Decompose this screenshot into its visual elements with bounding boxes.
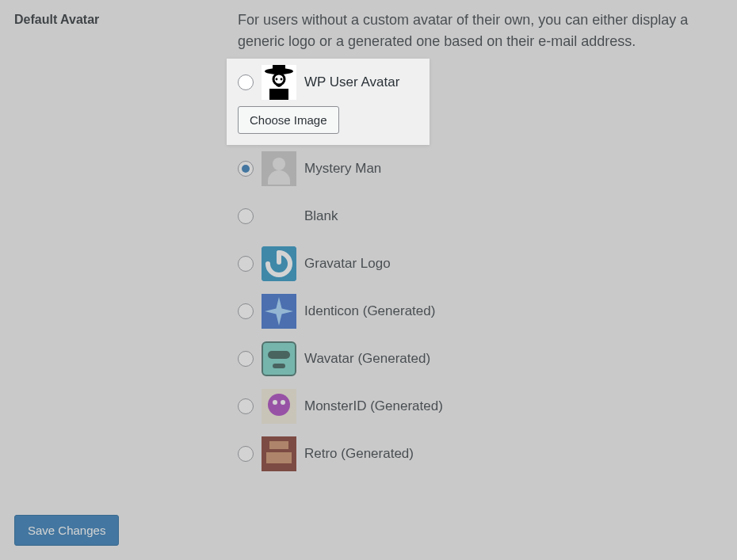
- option-wavatar[interactable]: Wavatar (Generated): [238, 335, 729, 383]
- option-label-identicon: Identicon (Generated): [304, 303, 435, 319]
- wavatar-icon: [262, 341, 296, 376]
- option-label-monster: MonsterID (Generated): [304, 398, 443, 414]
- choose-image-button[interactable]: Choose Image: [238, 106, 339, 134]
- svg-point-5: [281, 78, 283, 81]
- option-label-wavatar: Wavatar (Generated): [304, 351, 430, 367]
- option-label-gravatar: Gravatar Logo: [304, 256, 391, 272]
- radio-gravatar[interactable]: [238, 256, 254, 272]
- radio-monster[interactable]: [238, 398, 254, 414]
- option-blank[interactable]: Blank: [238, 192, 729, 240]
- option-mystery[interactable]: Mystery Man: [238, 145, 729, 192]
- option-label-mystery: Mystery Man: [304, 161, 381, 177]
- option-label-blank: Blank: [304, 208, 338, 224]
- radio-mystery[interactable]: [238, 161, 254, 177]
- option-identicon[interactable]: Identicon (Generated): [238, 288, 729, 335]
- gravatar-icon: [262, 246, 296, 281]
- radio-identicon[interactable]: [238, 303, 254, 319]
- radio-wp-user-avatar[interactable]: [238, 74, 254, 90]
- option-monster[interactable]: MonsterID (Generated): [238, 383, 729, 430]
- option-label-retro: Retro (Generated): [304, 446, 414, 462]
- retro-icon: [262, 436, 296, 471]
- identicon-icon: [262, 294, 296, 329]
- blank-icon: [262, 199, 296, 234]
- wp-user-avatar-icon: [262, 65, 296, 100]
- section-description: For users without a custom avatar of the…: [238, 10, 729, 52]
- radio-blank[interactable]: [238, 208, 254, 224]
- svg-rect-6: [269, 89, 288, 100]
- wp-user-avatar-panel: WP User Avatar Choose Image: [227, 59, 430, 145]
- svg-point-3: [273, 74, 284, 85]
- monster-icon: [262, 389, 296, 424]
- section-heading: Default Avatar: [0, 10, 238, 27]
- radio-retro[interactable]: [238, 446, 254, 462]
- radio-wavatar[interactable]: [238, 351, 254, 367]
- save-changes-button[interactable]: Save Changes: [14, 515, 119, 546]
- option-retro[interactable]: Retro (Generated): [238, 430, 729, 478]
- option-label-wp: WP User Avatar: [304, 74, 399, 90]
- svg-point-4: [276, 78, 278, 81]
- option-gravatar[interactable]: Gravatar Logo: [238, 240, 729, 288]
- svg-rect-2: [273, 65, 285, 71]
- mystery-icon: [262, 151, 296, 186]
